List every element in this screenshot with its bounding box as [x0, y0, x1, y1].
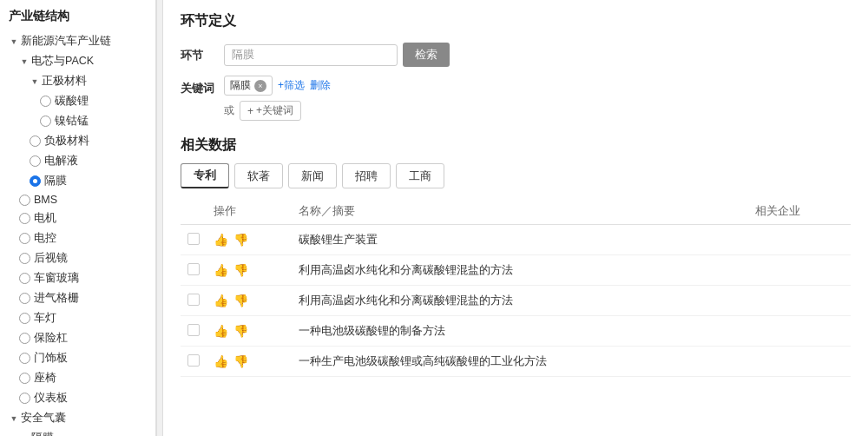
row-action-cell: 👍👎	[207, 255, 292, 286]
sidebar-item[interactable]: 座椅	[0, 368, 155, 388]
sidebar-item-label: 车窗玻璃	[34, 271, 79, 286]
add-filter-button[interactable]: +筛选	[278, 78, 305, 93]
sidebar-item[interactable]: 后视镜	[0, 248, 155, 268]
row-name-cell: 利用高温卤水纯化和分离碳酸锂混盐的方法	[292, 286, 748, 316]
row-action-cell: 👍👎	[207, 286, 292, 316]
sidebar-item[interactable]: 保险杠	[0, 328, 155, 348]
thumb-down-icon[interactable]: 👎	[233, 324, 248, 338]
keyword-row-2: 或 + +关键词	[224, 101, 331, 121]
related-section: 相关数据 专利软著新闻招聘工商 操作 名称／摘要 相关企业 👍👎碳酸锂生产装置👍…	[181, 136, 851, 377]
sidebar-item-label: 正极材料	[42, 74, 87, 89]
main-content: 环节定义 环节 检索 关键词 隔膜 × +筛选 删除 或	[163, 0, 868, 436]
sidebar-item[interactable]: 进气格栅	[0, 288, 155, 308]
form-row-keywords: 关键词 隔膜 × +筛选 删除 或 + +关键词	[181, 76, 851, 121]
sidebar-item[interactable]: ▼电芯与PACK	[0, 51, 155, 71]
row-related-cell	[748, 225, 851, 255]
sidebar-item[interactable]: 车灯	[0, 308, 155, 328]
thumb-down-icon[interactable]: 👎	[233, 233, 248, 247]
sidebar-item-label: 门饰板	[34, 351, 68, 366]
sidebar-item-label: 座椅	[34, 371, 56, 386]
row-checkbox[interactable]	[187, 294, 200, 306]
tab-business[interactable]: 工商	[396, 163, 444, 188]
sidebar-item[interactable]: 电机	[0, 208, 155, 228]
sidebar-item[interactable]: 镍钴锰	[0, 111, 155, 131]
sidebar-item[interactable]: 仪表板	[0, 388, 155, 408]
thumb-up-icon[interactable]: 👍	[214, 354, 228, 368]
row-name-cell: 一种生产电池级碳酸锂或高纯碳酸锂的工业化方法	[292, 347, 748, 377]
thumb-up-icon[interactable]: 👍	[214, 263, 228, 277]
sidebar-item[interactable]: ▼正极材料	[0, 71, 155, 91]
sidebar-item[interactable]: 电控	[0, 228, 155, 248]
tab-recruit[interactable]: 招聘	[342, 163, 391, 188]
row-checkbox[interactable]	[187, 324, 200, 336]
sidebar-item[interactable]: 电解液	[0, 151, 155, 171]
row-name-link[interactable]: 一种电池级碳酸锂的制备方法	[299, 324, 445, 337]
huanjie-input[interactable]	[224, 44, 398, 66]
radio-icon	[19, 393, 30, 404]
thumb-up-icon[interactable]: 👍	[214, 233, 228, 247]
radio-icon	[19, 213, 30, 224]
radio-icon	[30, 155, 41, 167]
radio-icon	[19, 233, 30, 244]
arrow-down-icon: ▼	[30, 76, 40, 87]
radio-icon	[19, 273, 30, 284]
keyword-tag-close[interactable]: ×	[254, 80, 266, 92]
row-name-link[interactable]: 利用高温卤水纯化和分离碳酸锂混盐的方法	[299, 294, 513, 307]
row-name-link[interactable]: 利用高温卤水纯化和分离碳酸锂混盐的方法	[299, 263, 513, 276]
row-related-cell	[748, 347, 851, 377]
row-name-link[interactable]: 一种生产电池级碳酸锂或高纯碳酸锂的工业化方法	[299, 354, 547, 367]
thumb-down-icon[interactable]: 👎	[233, 263, 248, 277]
row-name-cell: 一种电池级碳酸锂的制备方法	[292, 316, 748, 347]
row-checkbox[interactable]	[187, 233, 200, 245]
keyword-tag-text: 隔膜	[230, 78, 251, 93]
action-icons: 👍👎	[214, 354, 285, 368]
plus-icon: +	[247, 105, 253, 117]
radio-icon	[19, 293, 30, 304]
row-checkbox-cell	[181, 316, 207, 347]
sidebar-item-label: 仪表板	[34, 391, 68, 406]
sidebar-item-label: 电解液	[44, 154, 78, 168]
sidebar-item-label: 车灯	[34, 311, 56, 326]
sidebar-item-label: 电机	[34, 211, 56, 226]
sidebar-item[interactable]: 隔膜	[0, 171, 155, 191]
section-define-title: 环节定义	[181, 12, 851, 30]
table-row: 👍👎碳酸锂生产装置	[181, 225, 851, 255]
thumb-down-icon[interactable]: 👎	[233, 294, 248, 307]
search-button[interactable]: 检索	[403, 43, 450, 67]
add-keyword-label: +关键词	[256, 103, 293, 118]
thumb-up-icon[interactable]: 👍	[214, 294, 228, 307]
sidebar-item[interactable]: ▼隔膜	[0, 428, 155, 436]
delete-button[interactable]: 删除	[310, 78, 331, 93]
add-keyword-button[interactable]: + +关键词	[240, 101, 301, 121]
row-action-cell: 👍👎	[207, 347, 292, 377]
sidebar-item-label: 隔膜	[44, 174, 67, 188]
sidebar-item-label: 电控	[34, 231, 56, 246]
table-row: 👍👎一种生产电池级碳酸锂或高纯碳酸锂的工业化方法	[181, 347, 851, 377]
radio-icon	[19, 313, 30, 324]
sidebar-item[interactable]: ▼安全气囊	[0, 408, 155, 428]
sidebar-item[interactable]: BMS	[0, 191, 155, 208]
action-icons: 👍👎	[214, 324, 285, 338]
action-icons: 👍👎	[214, 294, 285, 307]
sidebar-item[interactable]: 门饰板	[0, 348, 155, 368]
row-related-cell	[748, 316, 851, 347]
form-row-huanjie: 环节 检索	[181, 43, 851, 67]
sidebar-item[interactable]: 碳酸锂	[0, 91, 155, 111]
radio-icon	[30, 175, 41, 187]
tab-news[interactable]: 新闻	[288, 163, 337, 188]
thumb-up-icon[interactable]: 👍	[214, 324, 228, 338]
tab-patent[interactable]: 专利	[181, 163, 229, 188]
tab-soft[interactable]: 软著	[234, 163, 283, 188]
row-checkbox[interactable]	[187, 263, 200, 275]
row-name-link[interactable]: 碳酸锂生产装置	[299, 233, 378, 246]
thumb-down-icon[interactable]: 👎	[233, 354, 248, 368]
sidebar-item[interactable]: ▼新能源汽车产业链	[0, 31, 155, 51]
table-header-row: 操作 名称／摘要 相关企业	[181, 199, 851, 225]
sidebar-item[interactable]: 负极材料	[0, 131, 155, 151]
row-action-cell: 👍👎	[207, 316, 292, 347]
row-checkbox-cell	[181, 347, 207, 377]
sidebar-item[interactable]: 车窗玻璃	[0, 268, 155, 288]
row-name-cell: 利用高温卤水纯化和分离碳酸锂混盐的方法	[292, 255, 748, 286]
row-checkbox[interactable]	[187, 354, 200, 367]
row-related-cell	[748, 255, 851, 286]
